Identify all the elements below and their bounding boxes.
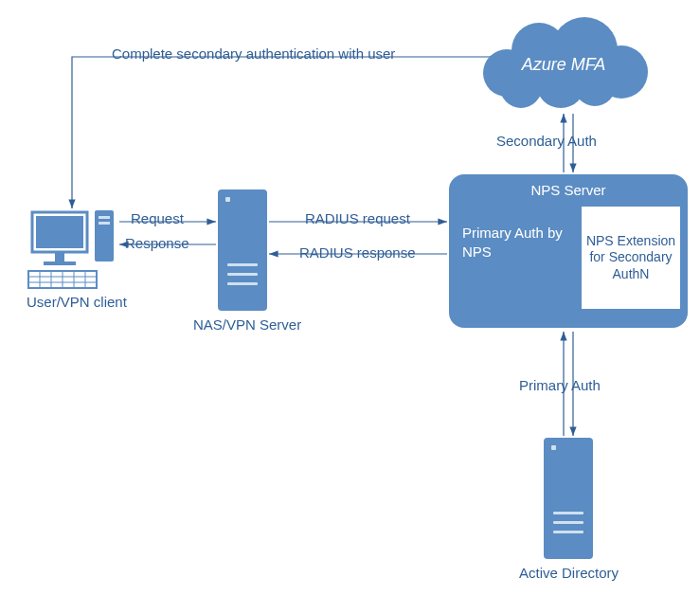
edge-label-secondary-auth: Secondary Auth	[496, 133, 597, 149]
svg-rect-1	[99, 216, 110, 219]
svg-rect-6	[44, 261, 76, 265]
edge-label-radius-request: RADIUS request	[305, 210, 410, 226]
edge-label-radius-response: RADIUS response	[299, 244, 416, 261]
svg-rect-4	[36, 216, 83, 248]
edge-label-request: Request	[131, 210, 184, 226]
nas-label: NAS/VPN Server	[193, 316, 301, 333]
edge-label-complete-secondary: Complete secondary authentication with u…	[112, 45, 395, 62]
ad-label: Active Directory	[519, 565, 619, 581]
azure-mfa-cloud: Azure MFA	[483, 17, 644, 112]
edge-label-primary-auth: Primary Auth	[519, 377, 601, 393]
nps-primary-text: Primary Auth by NPS	[462, 224, 566, 261]
nps-server-box: NPS Server Primary Auth by NPS NPS Exten…	[449, 174, 688, 328]
nps-extension-text: NPS Extension for Secondary AuthN	[585, 233, 676, 283]
edge-complete-secondary	[72, 57, 493, 208]
nps-title: NPS Server	[449, 182, 688, 198]
client-computer-icon	[27, 207, 121, 296]
edge-label-response: Response	[125, 235, 189, 251]
ad-server-icon	[544, 438, 593, 559]
svg-rect-5	[55, 252, 64, 261]
nas-server-icon	[218, 189, 267, 311]
azure-mfa-label: Azure MFA	[522, 55, 606, 75]
client-label: User/VPN client	[27, 294, 127, 310]
nps-extension-box: NPS Extension for Secondary AuthN	[582, 207, 680, 309]
svg-rect-2	[99, 222, 110, 225]
